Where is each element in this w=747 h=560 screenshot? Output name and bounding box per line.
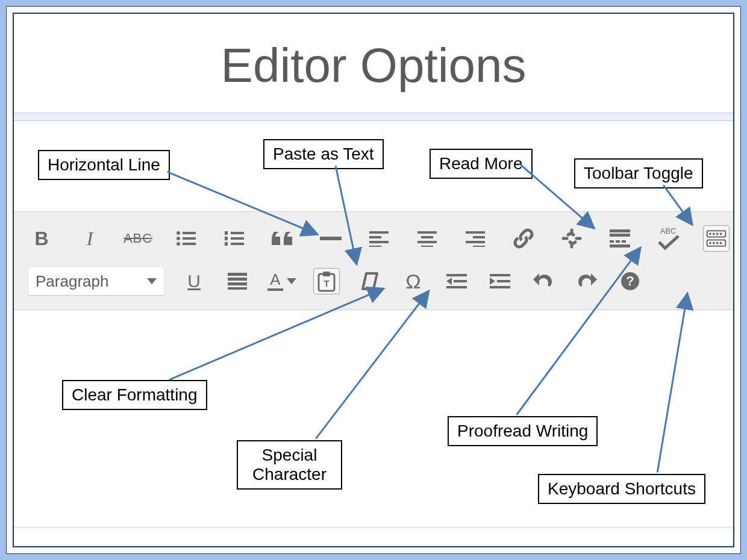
svg-rect-46	[228, 273, 247, 276]
svg-rect-55	[454, 280, 467, 282]
diagram-area: B I ABC	[14, 121, 733, 530]
svg-rect-20	[421, 246, 433, 247]
text-color-icon: A	[270, 272, 280, 287]
svg-point-2	[177, 237, 180, 240]
page-title: Editor Options	[14, 14, 733, 113]
callout-special-character: SpecialCharacter	[237, 440, 342, 490]
toolbar-toggle-button[interactable]	[703, 225, 730, 252]
svg-rect-21	[466, 231, 485, 234]
svg-rect-24	[473, 246, 485, 247]
link-button[interactable]	[510, 225, 537, 252]
svg-rect-7	[231, 232, 244, 234]
svg-rect-31	[610, 240, 614, 243]
svg-rect-38	[713, 233, 714, 235]
svg-point-4	[177, 242, 180, 246]
strikethrough-button[interactable]: ABC	[125, 225, 151, 252]
dropdown-icon	[287, 278, 296, 284]
callout-proofread-writing: Proofread Writing	[448, 416, 598, 446]
svg-marker-58	[490, 278, 495, 285]
svg-rect-30	[610, 234, 630, 237]
svg-rect-12	[320, 237, 342, 240]
italic-button[interactable]: I	[77, 225, 103, 252]
svg-rect-8	[225, 237, 228, 240]
svg-rect-6	[225, 231, 228, 235]
svg-rect-15	[369, 241, 389, 243]
callout-keyboard-shortcuts: Keyboard Shortcuts	[538, 474, 705, 504]
svg-rect-32	[616, 240, 620, 243]
svg-line-66	[316, 291, 429, 439]
svg-rect-45	[720, 242, 722, 244]
help-icon: ?	[621, 272, 639, 290]
unlink-icon	[561, 228, 583, 249]
divider-bar	[14, 113, 733, 121]
blockquote-icon	[272, 229, 293, 247]
underline-icon: U	[187, 271, 201, 291]
bullet-list-button[interactable]	[173, 225, 199, 252]
undo-icon	[533, 272, 554, 290]
align-right-icon	[466, 230, 485, 247]
svg-rect-40	[720, 233, 722, 235]
svg-rect-42	[709, 242, 711, 244]
svg-rect-48	[228, 282, 247, 285]
align-left-icon	[369, 230, 389, 247]
svg-rect-17	[417, 231, 437, 234]
unlink-button[interactable]	[558, 225, 585, 252]
svg-rect-43	[713, 242, 714, 244]
svg-rect-47	[228, 278, 247, 281]
callout-clear-formatting: Clear Formatting	[62, 380, 207, 410]
proofread-button[interactable]: ABC	[655, 225, 681, 252]
svg-rect-51	[323, 272, 330, 276]
bold-icon: B	[34, 228, 48, 250]
svg-line-68	[657, 293, 687, 473]
bold-button[interactable]: B	[28, 225, 55, 252]
svg-rect-23	[466, 241, 485, 243]
svg-rect-18	[421, 236, 433, 238]
undo-button[interactable]	[530, 268, 557, 294]
underline-button[interactable]: U	[181, 268, 207, 294]
outdent-button[interactable]	[443, 268, 470, 294]
align-center-button[interactable]	[414, 225, 440, 252]
text-color-button[interactable]: A	[267, 268, 296, 294]
callout-toolbar-toggle: Toolbar Toggle	[574, 158, 703, 188]
bullet-list-icon	[176, 230, 196, 247]
svg-rect-13	[369, 231, 389, 234]
horizontal-line-icon	[320, 235, 342, 242]
svg-rect-1	[183, 232, 196, 234]
toolbar-row-2: Paragraph U A T	[28, 264, 719, 299]
italic-icon: I	[87, 228, 93, 250]
svg-rect-60	[490, 286, 510, 288]
special-character-button[interactable]: Ω	[400, 268, 427, 294]
svg-rect-39	[716, 233, 718, 235]
justify-button[interactable]	[224, 268, 251, 294]
svg-rect-33	[622, 240, 626, 243]
paste-as-text-button[interactable]: T	[313, 268, 340, 294]
svg-rect-29	[610, 229, 630, 232]
paragraph-format-select[interactable]: Paragraph	[28, 267, 164, 295]
keyboard-shortcuts-button[interactable]: ?	[617, 268, 643, 294]
align-right-button[interactable]	[462, 225, 489, 252]
proofread-icon: ABC	[655, 226, 681, 250]
dropdown-icon	[147, 278, 157, 284]
strikethrough-icon: ABC	[123, 231, 152, 246]
callout-read-more: Read More	[430, 149, 533, 179]
inner-frame: Editor Options B I ABC	[13, 13, 734, 547]
clear-formatting-button[interactable]	[357, 268, 383, 294]
editor-toolbar: B I ABC	[14, 211, 733, 310]
indent-button[interactable]	[487, 268, 513, 294]
blockquote-button[interactable]	[269, 225, 296, 252]
horizontal-line-button[interactable]	[317, 225, 344, 252]
svg-text:ABC: ABC	[660, 226, 677, 235]
svg-point-0	[177, 231, 180, 235]
omega-icon: Ω	[405, 270, 420, 293]
redo-button[interactable]	[574, 268, 600, 294]
svg-rect-59	[497, 280, 510, 282]
align-left-button[interactable]	[366, 225, 392, 252]
svg-rect-9	[231, 237, 244, 240]
svg-rect-49	[228, 287, 247, 290]
svg-rect-44	[716, 242, 718, 244]
numbered-list-button[interactable]	[221, 225, 248, 252]
svg-rect-10	[225, 242, 228, 246]
svg-rect-57	[490, 274, 510, 276]
svg-marker-54	[446, 278, 452, 285]
read-more-button[interactable]	[607, 225, 633, 252]
